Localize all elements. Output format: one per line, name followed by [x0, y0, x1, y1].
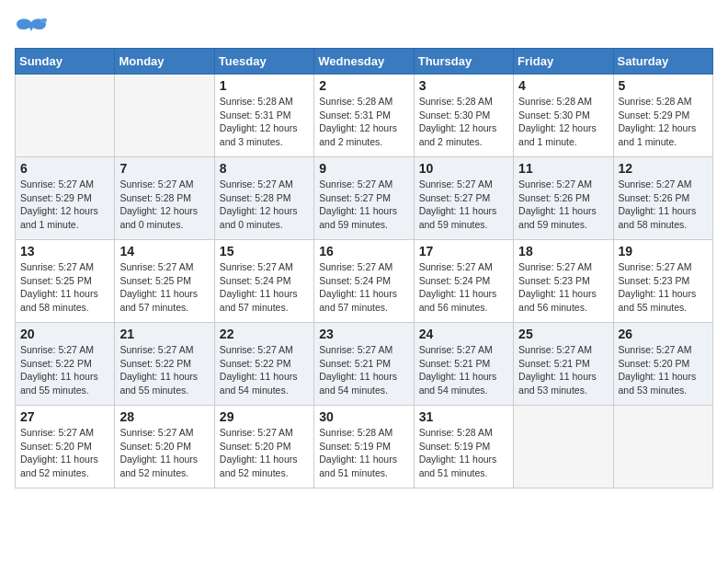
day-number: 25 [518, 327, 608, 341]
day-info: Sunrise: 5:28 AM Sunset: 5:30 PM Dayligh… [518, 95, 608, 149]
day-info: Sunrise: 5:27 AM Sunset: 5:20 PM Dayligh… [220, 426, 309, 480]
calendar-cell: 10Sunrise: 5:27 AM Sunset: 5:27 PM Dayli… [414, 157, 513, 240]
day-info: Sunrise: 5:27 AM Sunset: 5:23 PM Dayligh… [518, 260, 608, 315]
day-number: 7 [119, 161, 209, 176]
week-row-5: 27Sunrise: 5:27 AM Sunset: 5:20 PM Dayli… [16, 406, 713, 488]
day-info: Sunrise: 5:27 AM Sunset: 5:26 PM Dayligh… [518, 178, 608, 232]
day-info: Sunrise: 5:27 AM Sunset: 5:28 PM Dayligh… [119, 178, 209, 232]
calendar-cell: 29Sunrise: 5:27 AM Sunset: 5:20 PM Dayli… [214, 406, 313, 488]
day-number: 26 [619, 327, 708, 341]
calendar-cell: 16Sunrise: 5:27 AM Sunset: 5:24 PM Dayli… [314, 240, 414, 323]
day-info: Sunrise: 5:27 AM Sunset: 5:24 PM Dayligh… [220, 260, 309, 315]
day-info: Sunrise: 5:27 AM Sunset: 5:28 PM Dayligh… [220, 178, 309, 232]
day-info: Sunrise: 5:28 AM Sunset: 5:30 PM Dayligh… [419, 95, 508, 149]
calendar-cell: 21Sunrise: 5:27 AM Sunset: 5:22 PM Dayli… [115, 323, 214, 406]
calendar-cell: 4Sunrise: 5:28 AM Sunset: 5:30 PM Daylig… [514, 75, 613, 157]
day-info: Sunrise: 5:27 AM Sunset: 5:22 PM Dayligh… [119, 343, 209, 397]
page-header [15, 15, 713, 40]
day-number: 11 [518, 161, 608, 176]
calendar-cell: 14Sunrise: 5:27 AM Sunset: 5:25 PM Dayli… [115, 240, 214, 323]
calendar-cell: 20Sunrise: 5:27 AM Sunset: 5:22 PM Dayli… [16, 323, 115, 406]
day-info: Sunrise: 5:27 AM Sunset: 5:29 PM Dayligh… [20, 178, 109, 232]
day-info: Sunrise: 5:28 AM Sunset: 5:19 PM Dayligh… [319, 426, 408, 480]
day-number: 20 [20, 327, 109, 341]
day-number: 22 [220, 327, 309, 341]
day-number: 8 [220, 161, 309, 176]
day-number: 10 [419, 161, 508, 176]
day-info: Sunrise: 5:27 AM Sunset: 5:25 PM Dayligh… [20, 260, 109, 315]
day-info: Sunrise: 5:27 AM Sunset: 5:27 PM Dayligh… [419, 178, 508, 232]
calendar-cell [613, 406, 712, 488]
day-number: 1 [220, 78, 309, 93]
day-number: 18 [518, 244, 608, 259]
day-number: 15 [220, 244, 309, 259]
day-info: Sunrise: 5:27 AM Sunset: 5:24 PM Dayligh… [319, 260, 408, 315]
logo-icon [15, 15, 48, 40]
calendar-cell: 8Sunrise: 5:27 AM Sunset: 5:28 PM Daylig… [214, 157, 313, 240]
week-row-1: 1Sunrise: 5:28 AM Sunset: 5:31 PM Daylig… [16, 75, 713, 157]
col-header-friday: Friday [514, 49, 613, 75]
col-header-thursday: Thursday [414, 49, 513, 75]
day-number: 17 [419, 244, 508, 259]
day-number: 5 [619, 78, 708, 93]
calendar-cell: 25Sunrise: 5:27 AM Sunset: 5:21 PM Dayli… [514, 323, 613, 406]
day-info: Sunrise: 5:27 AM Sunset: 5:20 PM Dayligh… [20, 426, 109, 480]
calendar-cell: 1Sunrise: 5:28 AM Sunset: 5:31 PM Daylig… [214, 75, 313, 157]
day-number: 27 [20, 409, 109, 424]
day-info: Sunrise: 5:27 AM Sunset: 5:22 PM Dayligh… [220, 343, 309, 397]
day-number: 13 [20, 244, 109, 259]
logo [15, 15, 51, 40]
day-info: Sunrise: 5:27 AM Sunset: 5:25 PM Dayligh… [119, 260, 209, 315]
day-info: Sunrise: 5:28 AM Sunset: 5:19 PM Dayligh… [419, 426, 508, 480]
day-info: Sunrise: 5:27 AM Sunset: 5:23 PM Dayligh… [619, 260, 708, 315]
calendar-cell [115, 75, 214, 157]
day-number: 21 [119, 327, 209, 341]
calendar-cell: 15Sunrise: 5:27 AM Sunset: 5:24 PM Dayli… [214, 240, 313, 323]
calendar-cell: 2Sunrise: 5:28 AM Sunset: 5:31 PM Daylig… [314, 75, 414, 157]
calendar-cell: 7Sunrise: 5:27 AM Sunset: 5:28 PM Daylig… [115, 157, 214, 240]
day-number: 30 [319, 409, 408, 424]
day-info: Sunrise: 5:27 AM Sunset: 5:22 PM Dayligh… [20, 343, 109, 397]
day-info: Sunrise: 5:27 AM Sunset: 5:20 PM Dayligh… [119, 426, 209, 480]
day-number: 28 [119, 409, 209, 424]
calendar-cell: 31Sunrise: 5:28 AM Sunset: 5:19 PM Dayli… [414, 406, 513, 488]
week-row-3: 13Sunrise: 5:27 AM Sunset: 5:25 PM Dayli… [16, 240, 713, 323]
calendar-cell: 9Sunrise: 5:27 AM Sunset: 5:27 PM Daylig… [314, 157, 414, 240]
day-info: Sunrise: 5:28 AM Sunset: 5:31 PM Dayligh… [319, 95, 408, 149]
day-info: Sunrise: 5:27 AM Sunset: 5:21 PM Dayligh… [419, 343, 508, 397]
day-info: Sunrise: 5:27 AM Sunset: 5:21 PM Dayligh… [518, 343, 608, 397]
calendar-cell: 18Sunrise: 5:27 AM Sunset: 5:23 PM Dayli… [514, 240, 613, 323]
calendar-cell: 24Sunrise: 5:27 AM Sunset: 5:21 PM Dayli… [414, 323, 513, 406]
calendar-cell: 27Sunrise: 5:27 AM Sunset: 5:20 PM Dayli… [16, 406, 115, 488]
col-header-tuesday: Tuesday [214, 49, 313, 75]
calendar-cell: 3Sunrise: 5:28 AM Sunset: 5:30 PM Daylig… [414, 75, 513, 157]
day-info: Sunrise: 5:27 AM Sunset: 5:24 PM Dayligh… [419, 260, 508, 315]
day-info: Sunrise: 5:27 AM Sunset: 5:21 PM Dayligh… [319, 343, 408, 397]
calendar-cell: 23Sunrise: 5:27 AM Sunset: 5:21 PM Dayli… [314, 323, 414, 406]
day-number: 29 [220, 409, 309, 424]
calendar-cell [514, 406, 613, 488]
calendar-header-row: SundayMondayTuesdayWednesdayThursdayFrid… [16, 49, 713, 75]
calendar-cell: 22Sunrise: 5:27 AM Sunset: 5:22 PM Dayli… [214, 323, 313, 406]
calendar-cell: 5Sunrise: 5:28 AM Sunset: 5:29 PM Daylig… [613, 75, 712, 157]
col-header-wednesday: Wednesday [314, 49, 414, 75]
day-info: Sunrise: 5:27 AM Sunset: 5:27 PM Dayligh… [319, 178, 408, 232]
day-number: 4 [518, 78, 608, 93]
calendar-cell: 12Sunrise: 5:27 AM Sunset: 5:26 PM Dayli… [613, 157, 712, 240]
day-number: 9 [319, 161, 408, 176]
col-header-sunday: Sunday [16, 49, 115, 75]
week-row-4: 20Sunrise: 5:27 AM Sunset: 5:22 PM Dayli… [16, 323, 713, 406]
calendar-cell: 6Sunrise: 5:27 AM Sunset: 5:29 PM Daylig… [16, 157, 115, 240]
calendar-cell: 30Sunrise: 5:28 AM Sunset: 5:19 PM Dayli… [314, 406, 414, 488]
calendar-cell [16, 75, 115, 157]
day-number: 31 [419, 409, 508, 424]
day-number: 6 [20, 161, 109, 176]
day-number: 19 [619, 244, 708, 259]
day-number: 23 [319, 327, 408, 341]
day-number: 2 [319, 78, 408, 93]
week-row-2: 6Sunrise: 5:27 AM Sunset: 5:29 PM Daylig… [16, 157, 713, 240]
col-header-saturday: Saturday [613, 49, 712, 75]
day-number: 14 [119, 244, 209, 259]
calendar-table: SundayMondayTuesdayWednesdayThursdayFrid… [15, 48, 713, 488]
day-info: Sunrise: 5:27 AM Sunset: 5:20 PM Dayligh… [619, 343, 708, 397]
